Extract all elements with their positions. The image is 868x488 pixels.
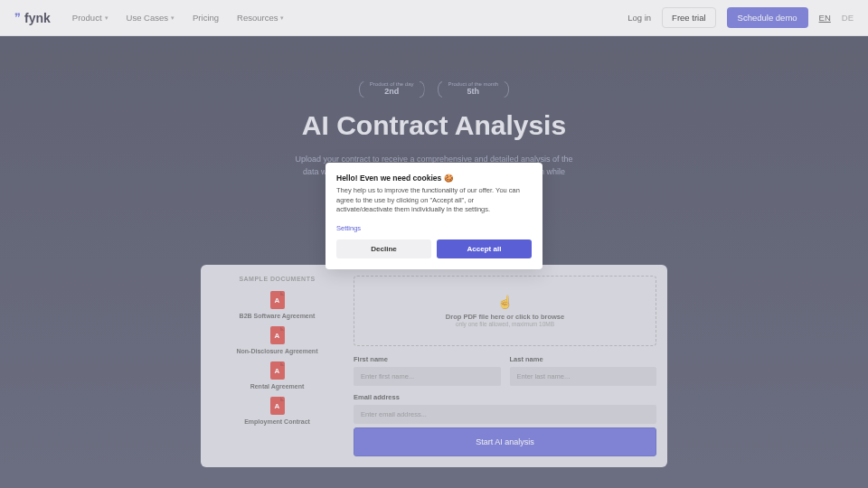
cookie-title: Hello! Even we need cookies 🍪 bbox=[336, 174, 532, 183]
cookie-actions: Decline Accept all bbox=[336, 239, 532, 258]
cookie-settings-link[interactable]: Settings bbox=[336, 224, 532, 232]
decline-button[interactable]: Decline bbox=[336, 239, 431, 258]
cookie-overlay: Hello! Even we need cookies 🍪 They help … bbox=[0, 0, 868, 488]
cookie-body: They help us to improve the functionalit… bbox=[336, 186, 532, 215]
cookie-dialog: Hello! Even we need cookies 🍪 They help … bbox=[326, 163, 542, 269]
accept-all-button[interactable]: Accept all bbox=[437, 239, 532, 258]
